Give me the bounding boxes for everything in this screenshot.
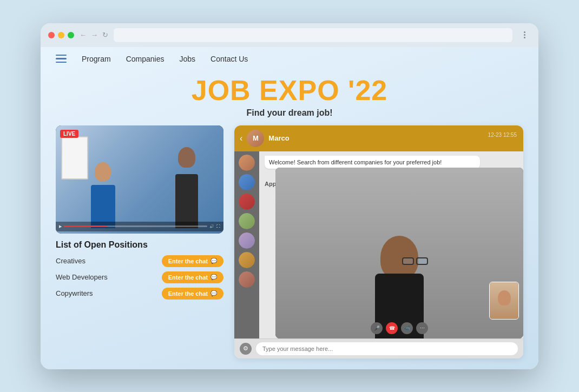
browser-toolbar: ← → ↻ — [41, 23, 538, 47]
forward-arrow-icon[interactable]: → — [91, 31, 98, 39]
browser-dots — [48, 32, 74, 38]
contact-avatar-4[interactable] — [239, 213, 255, 229]
nav-contact[interactable]: Contact Us — [210, 55, 248, 63]
hamburger-menu-icon[interactable] — [56, 55, 67, 63]
progress-bar[interactable] — [64, 225, 207, 227]
thumb-person — [490, 282, 518, 319]
volume-icon[interactable]: 🔊 — [209, 224, 214, 229]
position-label-copywriters: Copywriters — [56, 289, 93, 297]
video-scene — [56, 125, 223, 234]
navigation: Program Companies Jobs Contact Us — [41, 47, 538, 71]
nav-companies[interactable]: Companies — [126, 55, 165, 63]
browser-menu-icon[interactable] — [518, 31, 531, 38]
chat-timestamp-header: 12-23 12:55 — [488, 132, 517, 138]
fullscreen-icon[interactable]: ⛶ — [216, 224, 220, 228]
hero-title: JOB EXPO '22 — [41, 75, 538, 106]
browser-navigation: ← → ↻ — [80, 31, 108, 39]
close-dot[interactable] — [48, 32, 55, 38]
chat-avatar-marco: M — [247, 130, 264, 147]
main-content: LIVE — [41, 125, 538, 369]
hero-subtitle: Find your dream job! — [41, 108, 538, 118]
contact-avatar-1[interactable] — [239, 155, 255, 171]
vp-head — [380, 236, 418, 279]
chat-icon: 💬 — [210, 258, 217, 264]
contact-avatar-5[interactable] — [239, 232, 255, 249]
settings-icon[interactable]: ⚙ — [240, 343, 252, 355]
minimize-dot[interactable] — [58, 32, 64, 38]
contact-name: Marco — [268, 134, 518, 142]
chat-icon-2: 💬 — [210, 274, 217, 280]
back-arrow-icon[interactable]: ← — [80, 31, 87, 39]
chat-icon-3: 💬 — [210, 290, 217, 296]
video-call-overlay: 🎤 ☎ 📹 ⋯ — [275, 168, 523, 338]
contact-list — [234, 151, 259, 338]
position-label-creatives: Creatives — [56, 257, 85, 265]
call-controls: 🎤 ☎ 📹 ⋯ — [371, 322, 428, 334]
browser-window: ← → ↻ Program Companies Jobs Contact Us … — [41, 23, 538, 369]
left-panel: LIVE — [56, 125, 223, 358]
mute-mic-button[interactable]: 🎤 — [371, 322, 383, 334]
open-positions: List of Open Positions Creatives Enter t… — [56, 240, 223, 300]
enter-chat-copywriters[interactable]: Enter the chat 💬 — [162, 288, 223, 300]
contact-avatar-2[interactable] — [239, 174, 255, 190]
thumb-head — [498, 290, 511, 305]
live-badge: LIVE — [60, 130, 78, 138]
chat-messages: Welcome! Search from different companies… — [259, 151, 523, 338]
welcome-bubble: Welcome! Search from different companies… — [265, 156, 480, 169]
video-container[interactable]: LIVE — [56, 125, 223, 234]
position-row-copywriters: Copywriters Enter the chat 💬 — [56, 288, 223, 300]
more-options-button[interactable]: ⋯ — [416, 322, 428, 334]
toggle-video-button[interactable]: 📹 — [401, 322, 413, 334]
chat-header-info: Marco — [268, 134, 518, 142]
address-bar[interactable] — [114, 28, 512, 42]
reload-icon[interactable]: ↻ — [102, 31, 108, 39]
position-label-webdev: Web Developers — [56, 273, 108, 281]
contact-avatar-6[interactable] — [239, 252, 255, 268]
maximize-dot[interactable] — [68, 32, 74, 38]
contact-avatar-7[interactable] — [239, 271, 255, 288]
vp-glasses — [402, 257, 435, 266]
chat-body: Welcome! Search from different companies… — [234, 151, 523, 338]
end-call-button[interactable]: ☎ — [386, 322, 398, 334]
position-row-webdev: Web Developers Enter the chat 💬 — [56, 271, 223, 283]
play-icon[interactable]: ▶ — [59, 224, 62, 229]
hero-section: JOB EXPO '22 Find your dream job! — [41, 71, 538, 125]
nav-program[interactable]: Program — [82, 55, 111, 63]
video-controls[interactable]: ▶ 🔊 ⛶ — [56, 222, 223, 231]
contact-avatar-3[interactable] — [239, 194, 255, 210]
position-row-creatives: Creatives Enter the chat 💬 — [56, 255, 223, 267]
chat-header: ‹ M Marco 12-23 12:55 — [234, 125, 523, 151]
back-button[interactable]: ‹ — [240, 134, 242, 143]
person-figure-2 — [172, 147, 202, 228]
nav-jobs[interactable]: Jobs — [180, 55, 196, 63]
video-thumbnail — [489, 282, 519, 320]
whiteboard — [61, 136, 88, 180]
enter-chat-creatives[interactable]: Enter the chat 💬 — [162, 255, 223, 267]
positions-title: List of Open Positions — [56, 240, 223, 250]
video-main-person: 🎤 ☎ 📹 ⋯ — [275, 168, 523, 338]
page-content: Program Companies Jobs Contact Us JOB EX… — [41, 47, 538, 369]
progress-fill — [64, 225, 107, 227]
enter-chat-webdev[interactable]: Enter the chat 💬 — [162, 271, 223, 283]
chat-panel: ‹ M Marco 12-23 12:55 — [234, 125, 523, 358]
person-figure-1 — [88, 158, 118, 228]
chat-input-area: ⚙ — [234, 338, 523, 358]
message-input[interactable] — [256, 342, 518, 355]
